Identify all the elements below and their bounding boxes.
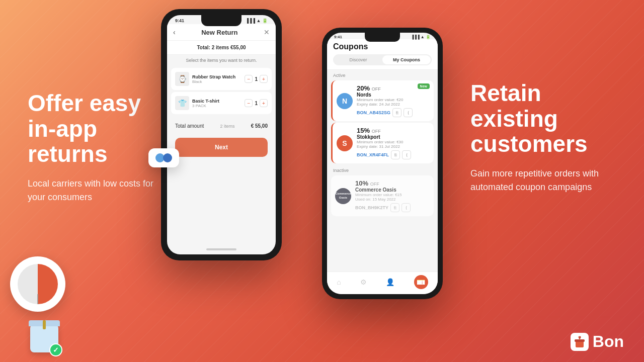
logo-svg xyxy=(574,335,585,348)
coupon-card-1: N 20% OFF Nords Minimum order value: €20… xyxy=(331,80,434,121)
coupon-brand-2: Stokkport xyxy=(357,134,430,140)
box-ribbon xyxy=(43,320,46,329)
section-active-label: Active xyxy=(327,70,438,79)
phone-right-screen: 9:41 ▐▐▐ ▲ 🔋 Coupons Discover My Coupons… xyxy=(327,33,438,294)
tab-discover[interactable]: Discover xyxy=(334,55,382,64)
balloon-half-right xyxy=(38,264,58,304)
close-button[interactable]: ✕ xyxy=(264,28,270,36)
floating-dots xyxy=(155,153,172,162)
nav-settings[interactable]: ⚙ xyxy=(360,278,367,286)
balloon-icon xyxy=(10,256,75,322)
share-coupon-2[interactable]: ⟨ xyxy=(402,150,411,159)
coupon-card-3: CommerceOasis 10% OFF Commerce Oasis Min… xyxy=(331,175,434,216)
phone-right-time: 9:41 xyxy=(334,35,342,39)
coupon-info-1: 20% OFF Nords Minimum order value: €20 E… xyxy=(357,84,430,117)
coupon-code-row-1: BON_AB4S2SG ⎘ ⟨ xyxy=(357,108,430,117)
total-price: €55,00 xyxy=(230,45,246,50)
total-amount-value: € 55,00 xyxy=(251,123,268,129)
qty-plus-tshirt[interactable]: + xyxy=(260,99,268,107)
coupon-min-3: Minimum order value: €15 xyxy=(355,193,430,197)
coupon-info-2: 15% OFF Stokkport Minimum order value: €… xyxy=(357,127,430,159)
balloon-inner xyxy=(18,264,58,304)
logo-icon xyxy=(571,333,589,351)
item-name-watch: Rubber Strap Watch xyxy=(192,74,242,79)
new-badge-1: New xyxy=(418,83,430,89)
qty-control-watch: − 1 + xyxy=(245,75,268,83)
coupon-discount-2: 15% OFF xyxy=(357,127,430,134)
coupon-min-1: Minimum order value: €20 xyxy=(357,98,430,102)
qty-num-tshirt: 1 xyxy=(255,101,258,106)
right-hero-text: Retain existing customers Gain more repe… xyxy=(470,80,616,194)
balloon-circle xyxy=(10,256,65,312)
qty-plus-watch[interactable]: + xyxy=(260,75,268,83)
phone-right-notch xyxy=(365,33,400,42)
item-icon-watch: ⌚ xyxy=(175,72,189,86)
tab-my-coupons[interactable]: My Coupons xyxy=(382,55,431,64)
item-row-1: ⌚ Rubber Strap Watch Black − 1 + xyxy=(171,68,272,90)
coupon-code-1: BON_AB4S2SG xyxy=(357,110,390,115)
coupon-code-3: BON_BH9K2TY xyxy=(355,205,388,210)
total-amount-row: Total amount 2 items € 55,00 xyxy=(167,118,276,134)
nav-profile[interactable]: 👤 xyxy=(386,278,394,286)
right-subtext: Gain more repetitive orders with automat… xyxy=(470,167,616,194)
nav-coupon-active[interactable]: 🎫 xyxy=(414,275,428,289)
phone-left-header: ‹ New Return ✕ xyxy=(167,24,276,41)
dot-darkblue xyxy=(163,153,172,162)
total-bar: Total: 2 items €55,00 xyxy=(167,41,276,55)
balloon-string xyxy=(37,294,39,304)
qty-minus-watch[interactable]: − xyxy=(245,75,253,83)
phone-right-signal: ▐▐▐ ▲ 🔋 xyxy=(411,35,431,39)
section-inactive-label: Inactive xyxy=(327,165,438,174)
coupons-title: Coupons xyxy=(333,42,432,51)
item-row-2: 👕 Basic T-shirt 3 PACK − 1 + xyxy=(171,92,272,114)
qty-minus-tshirt[interactable]: − xyxy=(245,99,253,107)
coupon-expiry-1: Expiry date: 24 Jul 2022 xyxy=(357,102,430,107)
coupon-code-2: BON_XR4F4FL xyxy=(357,152,389,157)
floating-card xyxy=(148,148,179,167)
coupon-min-2: Minimum order value: €30 xyxy=(357,140,430,144)
coupon-code-row-2: BON_XR4F4FL ⎘ ⟨ xyxy=(357,150,430,159)
box-check: ✓ xyxy=(30,324,58,352)
right-heading: Retain existing customers xyxy=(470,80,616,157)
coupon-brand-1: Nords xyxy=(357,92,430,98)
back-button[interactable]: ‹ xyxy=(173,28,176,36)
home-bar xyxy=(206,248,236,250)
phone-left-time: 9:41 xyxy=(175,18,184,23)
select-instruction: Select the items you want to return. xyxy=(167,55,276,66)
screen-title: New Return xyxy=(201,29,237,36)
qty-num-watch: 1 xyxy=(255,76,258,82)
check-badge: ✓ xyxy=(49,343,62,356)
total-amount-items: 2 items xyxy=(220,124,234,129)
coupon-tabs: Discover My Coupons xyxy=(333,54,432,65)
coupon-logo-2: S xyxy=(337,135,353,151)
balloon-half-left xyxy=(18,264,38,304)
box-check-container: ✓ xyxy=(30,324,58,354)
svg-rect-2 xyxy=(575,339,585,342)
logo-text: Bon xyxy=(593,332,624,351)
qty-control-tshirt: − 1 + xyxy=(245,99,268,107)
total-items: 2 items xyxy=(212,45,229,50)
coupon-discount-3: 10% OFF xyxy=(355,179,430,187)
logo: Bon xyxy=(571,332,624,351)
left-subtext: Local carriers with low costs for your c… xyxy=(28,177,174,204)
phone-left-signal: ▐▐▐ ▲ 🔋 xyxy=(246,18,268,23)
phone-left-notch xyxy=(201,15,242,26)
item-info-tshirt: Basic T-shirt 3 PACK xyxy=(192,99,242,108)
phone-left-screen: 9:41 ▐▐▐ ▲ 🔋 ‹ New Return ✕ Total: 2 ite… xyxy=(167,15,276,254)
coupon-expiry-2: Expiry date: 31 Jul 2022 xyxy=(357,144,430,149)
next-button[interactable]: Next xyxy=(175,138,268,157)
phone-left: 9:41 ▐▐▐ ▲ 🔋 ‹ New Return ✕ Total: 2 ite… xyxy=(161,9,282,260)
item-name-tshirt: Basic T-shirt xyxy=(192,99,242,104)
share-coupon-1[interactable]: ⟨ xyxy=(404,108,413,117)
item-icon-tshirt: 👕 xyxy=(175,96,189,110)
item-info-watch: Rubber Strap Watch Black xyxy=(192,74,242,84)
nav-home[interactable]: ⌂ xyxy=(337,278,341,286)
phone-right-header: Coupons Discover My Coupons xyxy=(327,39,438,70)
copy-coupon-3[interactable]: ⎘ xyxy=(390,203,399,212)
total-label: Total: xyxy=(197,45,210,50)
share-coupon-3[interactable]: ⟨ xyxy=(401,203,411,212)
coupon-expiry-3: Used on: 15 May 2022 xyxy=(355,197,430,202)
phone-right: 9:41 ▐▐▐ ▲ 🔋 Coupons Discover My Coupons… xyxy=(322,28,443,299)
copy-coupon-2[interactable]: ⎘ xyxy=(391,150,400,159)
copy-coupon-1[interactable]: ⎘ xyxy=(392,108,401,117)
